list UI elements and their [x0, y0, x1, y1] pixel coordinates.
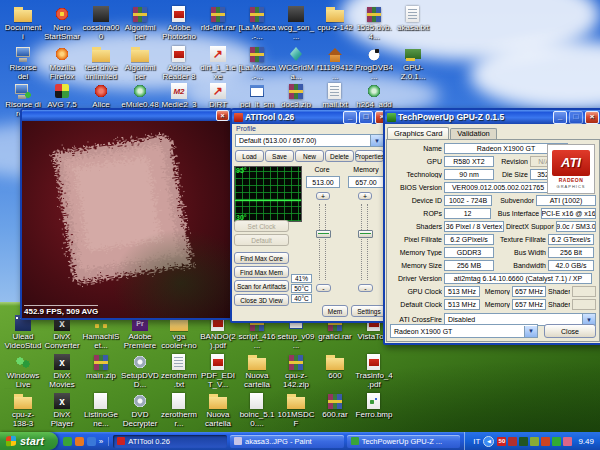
- desktop-icon[interactable]: Nuova cartella: [199, 392, 237, 428]
- desktop-icon[interactable]: AVG 7.5: [43, 82, 81, 110]
- desktop-icon[interactable]: [La.Mosca.-...: [238, 5, 276, 41]
- desktop-icon[interactable]: 600: [316, 353, 354, 381]
- tray-icon[interactable]: [508, 437, 517, 446]
- minimize-icon[interactable]: _: [553, 111, 567, 124]
- desktop-icon[interactable]: ProgDVB4...: [355, 45, 393, 81]
- desktop-icon[interactable]: wcg_son_...: [277, 5, 315, 41]
- titlebar[interactable]: ATITool 0.26 _ □ ×: [232, 110, 391, 124]
- core-clock-field[interactable]: 513.00: [306, 176, 340, 188]
- taskbar-task[interactable]: akasa3..JPG - Paint: [230, 435, 344, 448]
- settings-button[interactable]: Settings: [351, 305, 387, 317]
- delete-button[interactable]: Delete: [325, 150, 354, 162]
- desktop-icon[interactable]: DiRT: [199, 82, 237, 110]
- profile-dropdown[interactable]: Default (513.00 / 657.00) ▼: [235, 134, 384, 147]
- taskbar-task[interactable]: ATITool 0.26: [113, 435, 227, 448]
- titlebar[interactable]: TechPowerUp GPU-Z 0.1.5 _ □ ×: [385, 110, 600, 124]
- tray-icon[interactable]: 50: [497, 437, 506, 446]
- desktop-icon[interactable]: GPU-Z.0.1...: [394, 45, 432, 81]
- scan-for-artifacts-button[interactable]: Scan for Artifacts: [234, 280, 289, 292]
- desktop-icon[interactable]: Documenti: [4, 5, 42, 41]
- save-button[interactable]: Save: [265, 150, 294, 162]
- core-plus-button[interactable]: +: [316, 192, 330, 200]
- desktop-icon[interactable]: mail.txt: [316, 82, 354, 110]
- memory-slider-thumb[interactable]: [358, 230, 373, 238]
- find-max-core-button[interactable]: Find Max Core: [234, 252, 289, 264]
- desktop-icon[interactable]: [La.Mosca.-...: [238, 45, 276, 81]
- desktop-icon[interactable]: rld-dirt.rar: [199, 5, 237, 33]
- desktop-icon[interactable]: Algoritmi per Internet ...: [121, 5, 159, 41]
- desktop-icon[interactable]: ListinoGene...: [82, 392, 120, 428]
- close-icon[interactable]: ×: [585, 111, 599, 124]
- close-3d-view-button[interactable]: Close 3D View: [234, 294, 289, 306]
- minimize-icon[interactable]: _: [343, 111, 357, 124]
- desktop-icon[interactable]: SetupDVDD...: [121, 353, 159, 389]
- desktop-icon[interactable]: 101MSDCF: [277, 392, 315, 428]
- desktop-icon[interactable]: WCGridMa...: [277, 45, 315, 81]
- clock[interactable]: 9.49: [578, 437, 594, 446]
- desktop-icon[interactable]: test drive unlimited crack: [82, 45, 120, 81]
- mem-button[interactable]: Mem: [322, 305, 348, 317]
- memory-plus-button[interactable]: +: [358, 192, 372, 200]
- close-icon[interactable]: ×: [216, 110, 229, 121]
- tray-icon[interactable]: [563, 437, 572, 446]
- desktop-icon[interactable]: DivX Player: [43, 392, 81, 428]
- memory-clock-field[interactable]: 657.00: [348, 176, 384, 188]
- desktop-icon[interactable]: akasa.txt: [394, 5, 432, 33]
- chevron-down-icon[interactable]: ▼: [524, 326, 537, 337]
- language-indicator[interactable]: IT: [473, 437, 480, 446]
- core-minus-button[interactable]: -: [316, 284, 331, 292]
- desktop-icon[interactable]: cossbra000: [82, 5, 120, 41]
- core-slider[interactable]: [316, 204, 330, 280]
- desktop-icon[interactable]: Nuova cartella: [238, 353, 276, 389]
- chevron-down-icon[interactable]: ▼: [370, 135, 383, 146]
- desktop-icon[interactable]: 600.rar: [316, 392, 354, 420]
- tray-icon[interactable]: [530, 437, 539, 446]
- internet-explorer-icon[interactable]: [87, 437, 96, 446]
- desktop-icon[interactable]: Adobe Reader 8: [160, 45, 198, 81]
- core-slider-thumb[interactable]: [316, 230, 331, 238]
- close-button[interactable]: Close: [544, 324, 596, 338]
- desktop-icon[interactable]: PDF_EDIT_V...: [199, 353, 237, 389]
- messenger-icon[interactable]: [63, 437, 72, 446]
- tray-icon[interactable]: [552, 437, 561, 446]
- desktop-icon[interactable]: 1535.dvb.4...: [355, 5, 393, 41]
- tray-icon[interactable]: [519, 437, 528, 446]
- desktop-icon[interactable]: cpu-z-138-3: [4, 392, 42, 428]
- firefox-icon[interactable]: [75, 437, 84, 446]
- desktop-icon[interactable]: cpu-z-142: [316, 5, 354, 33]
- desktop-icon[interactable]: main.zip: [82, 353, 120, 381]
- desktop-icon[interactable]: Algoritmi per Internet ...: [121, 45, 159, 81]
- desktop-icon[interactable]: boinc_5.10....: [238, 392, 276, 428]
- desktop-icon[interactable]: DVD Decrypter: [121, 392, 159, 428]
- tab-graphics-card[interactable]: Graphics Card: [387, 127, 449, 139]
- desktop-icon[interactable]: zerotherm.txt: [160, 353, 198, 389]
- desktop-icon[interactable]: cpu-z-142.zip: [277, 353, 315, 389]
- tab-validation[interactable]: Validation: [450, 128, 496, 139]
- desktop-icon[interactable]: Ferro.bmp: [355, 392, 393, 420]
- desktop-icon[interactable]: Mozilla Firefox: [43, 45, 81, 81]
- tray-icon[interactable]: [541, 437, 550, 446]
- desktop-icon[interactable]: Nero StartSmart: [43, 5, 81, 41]
- desktop-icon[interactable]: DivX Movies: [43, 353, 81, 389]
- desktop-icon[interactable]: f11199412...: [316, 45, 354, 81]
- memory-minus-button[interactable]: -: [358, 284, 373, 292]
- tray-collapse-icon[interactable]: ◀: [483, 436, 494, 447]
- load-button[interactable]: Load: [235, 150, 264, 162]
- maximize-icon[interactable]: □: [359, 111, 373, 124]
- taskbar-task[interactable]: TechPowerUp GPU-Z ...: [347, 435, 461, 448]
- start-button[interactable]: start: [0, 432, 58, 450]
- desktop-icon[interactable]: Risorse del computer: [4, 45, 42, 81]
- desktop-icon[interactable]: doc3.zip: [277, 82, 315, 110]
- find-max-mem-button[interactable]: Find Max Mem: [234, 266, 289, 278]
- quick-launch-overflow-icon[interactable]: »: [99, 437, 103, 446]
- desktop-icon[interactable]: Adobe Photoshop ...: [160, 5, 198, 41]
- new-button[interactable]: New: [295, 150, 324, 162]
- properties-button[interactable]: Properties: [355, 150, 384, 162]
- desktop-icon[interactable]: Trasinfo_4.pdf: [355, 353, 393, 389]
- titlebar[interactable]: ×: [22, 110, 231, 121]
- desktop-icon[interactable]: zerothermr...: [160, 392, 198, 428]
- desktop-icon[interactable]: Windows Live Messenger: [4, 353, 42, 389]
- desktop-icon[interactable]: dirt_1_1.exe: [199, 45, 237, 81]
- memory-slider[interactable]: [358, 204, 372, 280]
- card-select-dropdown[interactable]: Radeon X1900 GT ▼: [390, 324, 538, 338]
